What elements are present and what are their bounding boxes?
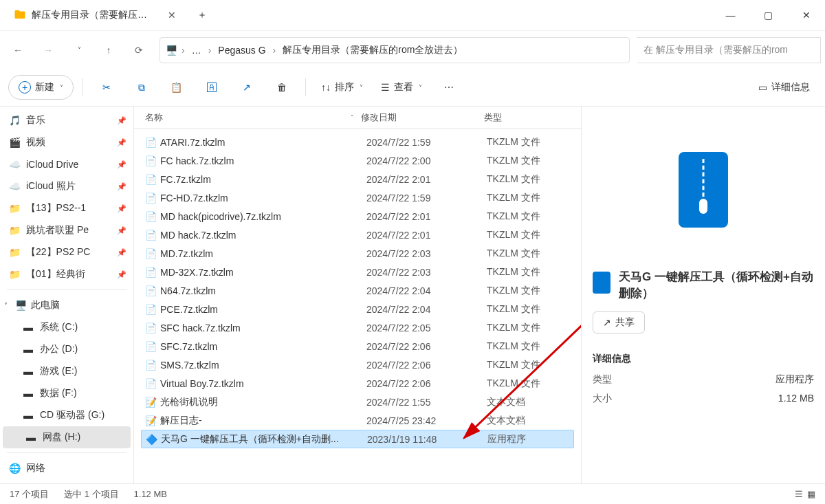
details-toggle-button[interactable]: ▭ 详细信息 <box>751 75 817 100</box>
cut-button[interactable]: ✂ <box>91 75 122 100</box>
file-row[interactable]: 📄MD.7z.tkzlm2024/7/22 2:03TKZLM 文件 <box>141 244 574 263</box>
recent-dropdown[interactable]: ˅ <box>65 36 92 64</box>
share-button[interactable]: ↗ 共享 <box>593 311 645 333</box>
forward-button[interactable]: → <box>34 36 62 64</box>
tab-close-button[interactable]: ✕ <box>168 10 176 21</box>
sidebar-quick-item[interactable]: 📁【13】PS2--1📌 <box>0 197 133 219</box>
search-input[interactable]: 在 解压专用目录（需要解压的rom <box>637 37 821 63</box>
column-headers[interactable]: 名称 ˅ 修改日期 类型 <box>134 107 581 129</box>
column-type-header[interactable]: 类型 <box>481 111 581 124</box>
file-row[interactable]: 📄MD hack(picodrive).7z.tkzlm2024/7/22 2:… <box>141 207 574 226</box>
item-icon: ☁️ <box>7 181 22 192</box>
drive-icon: ▬ <box>21 388 36 399</box>
item-label: 跳坑者联盟 Pe <box>26 224 117 237</box>
sidebar-drive-item[interactable]: ▬数据 (F:) <box>0 382 133 404</box>
view-button[interactable]: ☰ 查看 ˅ <box>374 75 429 100</box>
sidebar-quick-item[interactable]: 📁跳坑者联盟 Pe📌 <box>0 219 133 241</box>
sidebar-drive-item[interactable]: ▬系统 (C:) <box>0 316 133 338</box>
breadcrumb-segment[interactable]: 解压专用目录（需要解压的rom全放进去） <box>280 43 465 58</box>
file-type: TKZLM 文件 <box>487 303 574 316</box>
breadcrumb-segment[interactable]: Pegasus G <box>215 43 268 57</box>
file-row[interactable]: 📄SMS.7z.tkzlm2024/7/22 2:06TKZLM 文件 <box>141 355 574 374</box>
pin-icon[interactable]: 📌 <box>117 116 126 125</box>
file-row[interactable]: 📝光枪街机说明2024/7/22 1:55文本文档 <box>141 393 574 411</box>
file-date: 2024/7/22 1:59 <box>366 193 487 204</box>
sidebar-drive-item[interactable]: ▬CD 驱动器 (G:) <box>0 404 133 426</box>
sort-button[interactable]: ↑↓ 排序 ˅ <box>314 75 370 100</box>
file-row[interactable]: 📄FC hack.7z.tkzlm2024/7/22 2:00TKZLM 文件 <box>141 151 574 170</box>
close-button[interactable]: ✕ <box>787 0 825 31</box>
separator <box>82 78 82 96</box>
column-date-header[interactable]: 修改日期 <box>361 111 481 124</box>
sidebar-quick-item[interactable]: 🎵音乐📌 <box>0 109 133 131</box>
sidebar-quick-item[interactable]: 📁【01】经典街📌 <box>0 263 133 285</box>
file-rows[interactable]: 📄ATARI.7z.tkzlm2024/7/22 1:59TKZLM 文件📄FC… <box>134 129 581 483</box>
tab-title: 解压专用目录（需要解压的rom <box>32 9 154 21</box>
pin-icon[interactable]: 📌 <box>117 204 126 213</box>
pin-icon[interactable]: 📌 <box>117 182 126 191</box>
refresh-button[interactable]: ⟳ <box>125 36 153 64</box>
item-label: 【01】经典街 <box>26 268 117 281</box>
pin-icon[interactable]: 📌 <box>117 160 126 169</box>
delete-button[interactable]: 🗑 <box>266 75 297 100</box>
pc-icon[interactable]: 🖥️ <box>166 45 177 56</box>
file-row[interactable]: 📄PCE.7z.tkzlm2024/7/22 2:04TKZLM 文件 <box>141 300 574 318</box>
file-date: 2024/7/22 2:01 <box>366 230 487 241</box>
sidebar-quick-item[interactable]: ☁️iCloud Drive📌 <box>0 153 133 175</box>
rename-button[interactable]: 🄰 <box>196 75 227 100</box>
copy-button[interactable]: ⧉ <box>126 75 157 100</box>
drive-icon: ▬ <box>21 344 36 355</box>
file-name: 解压日志- <box>160 415 366 427</box>
pin-icon[interactable]: 📌 <box>117 248 126 257</box>
pin-icon[interactable]: 📌 <box>117 138 126 147</box>
file-row[interactable]: 📄ATARI.7z.tkzlm2024/7/22 1:59TKZLM 文件 <box>141 133 574 151</box>
file-date: 2024/7/25 23:42 <box>366 415 487 426</box>
pin-icon[interactable]: 📌 <box>117 270 126 279</box>
column-name-header[interactable]: 名称 ˅ <box>134 111 361 124</box>
item-icon: 📁 <box>7 269 22 280</box>
browser-tab[interactable]: 解压专用目录（需要解压的rom ✕ <box>6 3 184 28</box>
sidebar-quick-item[interactable]: 📁【22】PS2 PC📌 <box>0 241 133 263</box>
file-row[interactable]: 📄FC.7z.tkzlm2024/7/22 2:01TKZLM 文件 <box>141 170 574 188</box>
sidebar-drive-item[interactable]: ▬游戏 (E:) <box>0 360 133 382</box>
file-icon: 📄 <box>141 137 160 148</box>
breadcrumb-ellipsis[interactable]: … <box>189 43 204 57</box>
network-item[interactable]: 🌐 网络 <box>0 457 133 479</box>
sidebar-drive-item[interactable]: ▬网盘 (H:) <box>3 426 131 448</box>
paste-button[interactable]: 📋 <box>161 75 192 100</box>
item-label: iCloud 照片 <box>26 180 117 193</box>
drive-icon: ▬ <box>23 432 38 443</box>
breadcrumb[interactable]: 🖥️ › … › Pegasus G › 解压专用目录（需要解压的rom全放进去… <box>160 37 630 63</box>
this-pc-header[interactable]: ˅ 🖥️ 此电脑 <box>0 294 133 316</box>
sidebar-drive-item[interactable]: ▬办公 (D:) <box>0 338 133 360</box>
file-date: 2024/7/22 2:06 <box>366 341 487 352</box>
file-row[interactable]: 📄MD-32X.7z.tkzlm2024/7/22 2:03TKZLM 文件 <box>141 263 574 281</box>
file-row[interactable]: 📄N64.7z.tkzlm2024/7/22 2:04TKZLM 文件 <box>141 281 574 300</box>
maximize-button[interactable]: ▢ <box>749 0 787 31</box>
expand-icon: ˅ <box>4 302 15 309</box>
more-button[interactable]: ⋯ <box>433 75 464 100</box>
details-view-button[interactable]: ☰ <box>795 489 803 499</box>
minimize-button[interactable]: — <box>712 0 749 31</box>
file-row[interactable]: 📄SFC hack.7z.tkzlm2024/7/22 2:05TKZLM 文件 <box>141 318 574 337</box>
pin-icon[interactable]: 📌 <box>117 226 126 235</box>
back-button[interactable]: ← <box>4 36 32 64</box>
file-row[interactable]: 📄FC-HD.7z.tkzlm2024/7/22 1:59TKZLM 文件 <box>141 188 574 207</box>
file-row[interactable]: 📝解压日志-2024/7/25 23:42文本文档 <box>141 411 574 430</box>
sidebar-quick-item[interactable]: 🎬视频📌 <box>0 131 133 153</box>
file-date: 2024/7/22 2:05 <box>366 322 487 333</box>
sidebar[interactable]: 🎵音乐📌🎬视频📌☁️iCloud Drive📌☁️iCloud 照片📌📁【13】… <box>0 107 134 483</box>
file-row[interactable]: 📄SFC.7z.tkzlm2024/7/22 2:06TKZLM 文件 <box>141 337 574 355</box>
file-icon: 📄 <box>141 155 160 166</box>
new-tab-button[interactable]: ＋ <box>191 4 213 26</box>
file-row[interactable]: 📄MD hack.7z.tkzlm2024/7/22 2:01TKZLM 文件 <box>141 226 574 244</box>
file-row[interactable]: 📄Virtual Boy.7z.tkzlm2024/7/22 2:06TKZLM… <box>141 374 574 393</box>
share-button[interactable]: ↗ <box>231 75 262 100</box>
up-button[interactable]: ↑ <box>95 36 122 64</box>
file-row[interactable]: 🔷天马G 一键解压工具（循环检测+自动删...2023/1/19 11:48应用… <box>141 430 574 448</box>
folder-icon <box>14 8 26 23</box>
sidebar-quick-item[interactable]: ☁️iCloud 照片📌 <box>0 175 133 197</box>
file-type: TKZLM 文件 <box>487 340 574 353</box>
new-button[interactable]: + 新建 ˅ <box>8 75 74 100</box>
tiles-view-button[interactable]: ▦ <box>807 489 815 499</box>
